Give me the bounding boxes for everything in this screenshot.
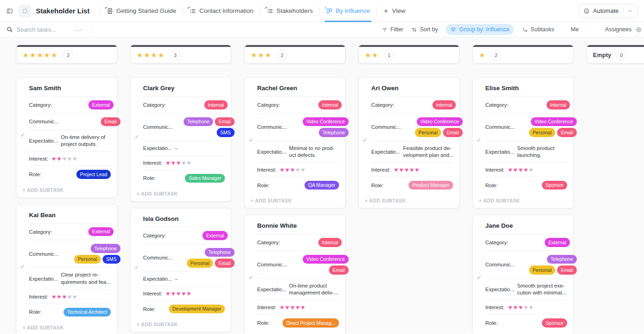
field-text[interactable]: On-time product management deliv-... [289, 282, 348, 296]
tag-badge[interactable]: Personal [529, 265, 555, 275]
tag-badge[interactable]: Technical Architect [63, 308, 111, 317]
tag-badge[interactable]: Email [557, 128, 576, 137]
card-title[interactable]: Elise Smith [485, 85, 567, 92]
task-card-kai-bean[interactable]: ✓Kai BeanCategory:ExternalCommunic...Tel… [16, 204, 117, 334]
interest-rating[interactable]: ♥♥♥♥♥ [52, 155, 111, 162]
tag-badge[interactable]: Internal [432, 100, 456, 109]
check-icon[interactable]: ✓ [477, 274, 482, 281]
tag-badge[interactable]: Project Lead [76, 170, 111, 179]
task-card-sam-smith[interactable]: ✓Sam SmithCategory:ExternalCommunic...Em… [16, 77, 117, 198]
tag-badge[interactable]: Email [215, 259, 234, 268]
subtasks-button[interactable]: Subtasks [522, 26, 554, 33]
tag-badge[interactable]: Product Manager [408, 181, 453, 190]
tag-badge[interactable]: Personal [415, 128, 441, 137]
tag-badge[interactable]: Video Conference [303, 255, 349, 264]
tag-badge[interactable]: Internal [546, 100, 570, 109]
tag-badge[interactable]: Sponsor [542, 181, 567, 190]
tag-badge[interactable]: Email [443, 128, 462, 137]
tag-badge[interactable]: Personal [529, 128, 555, 137]
tag-badge[interactable]: External [202, 231, 228, 240]
sort-by-button[interactable]: Sort by [411, 26, 438, 33]
group-by-influence-button[interactable]: Group by: Influence [446, 24, 514, 35]
check-icon[interactable]: ✓ [477, 137, 482, 144]
field-text[interactable]: – [175, 145, 234, 152]
card-title[interactable]: Bonnie White [257, 222, 339, 229]
tag-badge[interactable]: Telephone [184, 117, 213, 127]
me-button[interactable]: Me [562, 26, 579, 33]
field-text[interactable]: Clear project re- quirements and fea... [61, 271, 120, 285]
chevron-down-icon[interactable] [627, 8, 633, 14]
add-subtask-button[interactable]: + ADD SUBTASK [137, 191, 225, 196]
tab-contact-information[interactable]: Contact Information [188, 0, 255, 22]
settings-icon[interactable] [635, 26, 642, 33]
tag-badge[interactable]: External [545, 238, 570, 247]
interest-rating[interactable]: ♥♥♥♥♥ [280, 304, 339, 311]
add-subtask-button[interactable]: + ADD SUBTASK [23, 187, 111, 193]
tag-badge[interactable]: Internal [318, 238, 342, 247]
task-card-rachel-green[interactable]: ✓Rachel GreenCategory:InternalCommunic..… [244, 77, 345, 208]
check-icon[interactable]: ✓ [134, 133, 139, 140]
tab-getting-started-guide[interactable]: Getting Started Guide [105, 0, 178, 22]
task-card-elise-smith[interactable]: ✓Elise SmithCategory:InternalCommunic...… [472, 77, 574, 208]
interest-rating[interactable]: ♥♥♥♥♥ [166, 160, 225, 166]
tag-badge[interactable]: QA Manager [305, 181, 339, 190]
tab-by-influence[interactable]: By Influence [324, 0, 372, 22]
interest-rating[interactable]: ♥♥♥♥♥ [166, 290, 225, 297]
tag-badge[interactable]: Email [101, 117, 120, 127]
filter-button[interactable]: Filter [382, 26, 403, 33]
tag-badge[interactable]: SMS [217, 128, 235, 137]
tag-badge[interactable]: Personal [74, 255, 100, 264]
tag-badge[interactable]: SMS [103, 255, 121, 264]
add-view-button[interactable]: View [381, 0, 407, 22]
task-card-ari-owen[interactable]: ✓Ari OwenCategory:InternalCommunic...Vid… [358, 77, 460, 208]
field-text[interactable]: Smooth project exe- cution with minimal.… [517, 282, 576, 296]
field-text[interactable]: – [175, 276, 234, 282]
check-icon[interactable]: ✓ [20, 263, 25, 270]
add-subtask-button[interactable]: + ADD SUBTASK [251, 198, 339, 203]
interest-rating[interactable]: ♥♥♥♥♥ [394, 167, 453, 173]
interest-rating[interactable]: ♥♥♥♥♥ [508, 167, 567, 173]
tag-badge[interactable]: Telephone [91, 244, 120, 253]
tag-badge[interactable]: Telephone [319, 128, 348, 137]
tag-badge[interactable]: Direct Project Manag... [282, 318, 339, 328]
column-header[interactable]: ★★★★★2 [16, 45, 117, 63]
column-header[interactable]: Empty0 [586, 45, 644, 63]
tag-badge[interactable]: Sales Manager [185, 174, 225, 183]
column-header[interactable]: ★★★2 [244, 45, 345, 63]
check-icon[interactable]: ✓ [20, 132, 25, 138]
tag-badge[interactable]: Email [215, 117, 234, 127]
add-subtask-button[interactable]: + ADD SUBTASK [23, 325, 111, 330]
card-title[interactable]: Clark Grey [143, 85, 225, 92]
check-icon[interactable]: ✓ [134, 264, 139, 271]
tag-badge[interactable]: Email [557, 265, 576, 275]
card-title[interactable]: Isla Godson [143, 215, 225, 222]
tag-badge[interactable]: Video Conference [417, 117, 463, 127]
column-header[interactable]: ★★★★3 [130, 45, 231, 63]
task-card-clark-grey[interactable]: ✓Clark GreyCategory:InternalCommunic...T… [130, 77, 231, 202]
tag-badge[interactable]: Video Conference [531, 117, 577, 127]
task-card-bonnie-white[interactable]: ✓Bonnie WhiteCategory:InternalCommunic..… [244, 215, 345, 334]
tag-badge[interactable]: Personal [187, 259, 213, 268]
tab-stakeholders[interactable]: Stakeholders [265, 0, 315, 22]
field-text[interactable]: Smooth product launching. [517, 145, 576, 159]
tag-badge[interactable]: External [88, 227, 114, 236]
card-title[interactable]: Ari Owen [371, 85, 453, 92]
automate-button[interactable]: Automate [579, 4, 638, 18]
tag-badge[interactable]: External [88, 100, 114, 109]
field-text[interactable]: On-time delivery of project outputs. [61, 134, 120, 148]
add-subtask-button[interactable]: + ADD SUBTASK [137, 322, 225, 327]
card-title[interactable]: Sam Smith [29, 85, 111, 92]
tag-badge[interactable]: Telephone [547, 255, 576, 264]
tag-badge[interactable]: Internal [204, 100, 228, 109]
add-subtask-button[interactable]: + ADD SUBTASK [479, 198, 567, 203]
tag-badge[interactable]: Sponsor [542, 318, 567, 328]
sidebar-toggle-icon[interactable] [6, 8, 13, 14]
tag-badge[interactable]: Development Manager [169, 305, 225, 314]
task-card-jane-doe[interactable]: ✓Jane DoeCategory:ExternalCommunic...Tel… [472, 215, 574, 334]
card-title[interactable]: Jane Doe [485, 222, 567, 229]
field-text[interactable]: Minimal to no prod- uct defects. [289, 145, 348, 159]
tag-badge[interactable]: Internal [318, 100, 342, 109]
interest-rating[interactable]: ♥♥♥♥♥ [52, 294, 111, 300]
interest-rating[interactable]: ♥♥♥♥♥ [508, 304, 567, 311]
tag-badge[interactable]: Video Conference [303, 117, 349, 127]
